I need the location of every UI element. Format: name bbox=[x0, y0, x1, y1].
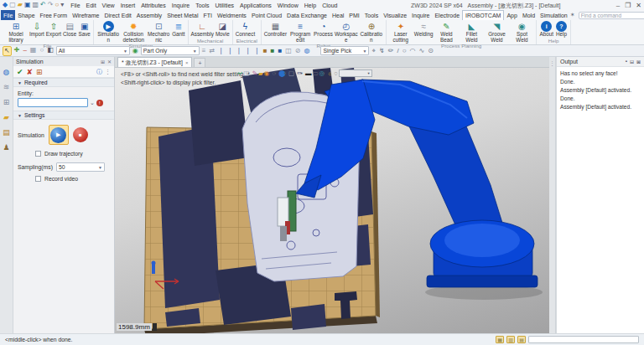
single-pick-combo[interactable]: Single Pick▼ bbox=[320, 46, 369, 55]
apply-button[interactable]: ⊞ bbox=[36, 68, 43, 76]
datum-filter-icon[interactable]: ❘ bbox=[253, 47, 261, 55]
target-snap-icon[interactable]: ⌖ bbox=[371, 47, 377, 55]
ribbon-button[interactable]: ◪Movie bbox=[215, 20, 231, 38]
menu-item[interactable]: Help bbox=[304, 3, 316, 8]
save-all-icon[interactable]: ▥ bbox=[32, 2, 39, 8]
wood-filter-icon[interactable]: ■ bbox=[262, 47, 268, 55]
ribbon-button[interactable]: ≣Gantt bbox=[171, 20, 185, 38]
folder-manager-icon[interactable]: ▰ bbox=[3, 114, 9, 121]
document-tab[interactable]: * 激光切割.Z3 - [Default] × bbox=[117, 57, 192, 67]
viewport-3d-canvas[interactable] bbox=[115, 68, 549, 333]
undo-icon[interactable]: ↩ bbox=[237, 70, 242, 77]
ribbon-tab[interactable]: Sheet Metal bbox=[164, 10, 200, 20]
cancel-button[interactable]: ✘ bbox=[27, 68, 34, 76]
pencil-icon[interactable]: ✎ bbox=[252, 70, 257, 77]
black-display-icon[interactable]: ▬ bbox=[305, 70, 312, 77]
play-simulation-button[interactable]: ▶ bbox=[49, 125, 69, 145]
menu-item[interactable]: Insert bbox=[121, 3, 136, 8]
part-only-combo[interactable]: Part Only▼ bbox=[141, 46, 200, 55]
output-minimize-icon[interactable]: ⊟ bbox=[630, 59, 634, 64]
add-select-icon[interactable]: ✚ bbox=[13, 46, 21, 56]
save-icon[interactable]: ▣ bbox=[24, 2, 31, 8]
sheet-filter-icon[interactable]: ◫ bbox=[284, 47, 293, 55]
info-filter-icon[interactable]: ◍ bbox=[304, 47, 311, 55]
tab-close-icon[interactable]: × bbox=[185, 60, 189, 65]
app-logo-icon[interactable]: ◆ bbox=[3, 2, 8, 8]
stop-simulation-button[interactable]: ■ bbox=[73, 127, 88, 142]
menu-item[interactable]: Tools bbox=[195, 3, 209, 8]
close-button[interactable]: ✕ bbox=[636, 2, 641, 9]
menu-item[interactable]: Edit bbox=[86, 3, 96, 8]
scene-sphere-icon[interactable]: ◉ bbox=[132, 47, 139, 55]
ribbon-tab[interactable]: Free Form bbox=[38, 10, 70, 20]
ribbon-tab[interactable]: App bbox=[504, 10, 519, 20]
qat-dropdown-icon[interactable]: ▾ bbox=[60, 2, 64, 8]
ribbon-button[interactable]: ◉Spot Weld bbox=[509, 20, 534, 43]
ribbon-tab[interactable]: Weldments bbox=[215, 10, 249, 20]
ribbon-tab[interactable]: FTI bbox=[200, 10, 215, 20]
redo-icon[interactable]: ↷ bbox=[48, 2, 54, 8]
ribbon-tab[interactable]: Simulation bbox=[538, 10, 570, 20]
ribbon-button[interactable]: ◣Fillet Weld bbox=[459, 20, 484, 43]
entity-filter-icon[interactable]: ⌄ bbox=[90, 100, 95, 106]
csys-dropdown[interactable]: ▾ bbox=[339, 70, 372, 77]
ribbon-tab[interactable]: Tools bbox=[362, 10, 381, 20]
restore-button[interactable]: ❐ bbox=[625, 2, 631, 9]
undo-icon[interactable]: ↶ bbox=[40, 2, 46, 8]
spline-tool-icon[interactable]: ∿ bbox=[418, 47, 425, 55]
ribbon-tab[interactable]: File bbox=[1, 10, 15, 20]
wire-display-icon[interactable]: ▭ bbox=[312, 70, 318, 77]
status-input[interactable] bbox=[528, 336, 639, 343]
open-file-icon[interactable]: ▰ bbox=[18, 2, 23, 8]
ribbon-tab[interactable]: Inquire bbox=[409, 10, 432, 20]
sketch-pen-icon[interactable]: ✏ bbox=[387, 47, 395, 55]
ribbon-button[interactable]: ▶Simulation bbox=[96, 20, 121, 43]
ribbon-button[interactable]: ◴Workspace bbox=[334, 20, 359, 43]
panel-splitter[interactable]: ⋮ bbox=[549, 57, 556, 333]
ribbon-button[interactable]: ≈Welding bbox=[413, 20, 434, 38]
assembly-tree-icon[interactable]: ⊞ bbox=[3, 99, 10, 106]
ribbon-button[interactable]: ?Help bbox=[554, 20, 569, 38]
none-filter-icon[interactable]: ⊘ bbox=[294, 47, 302, 55]
scene-manager-icon[interactable]: ◍ bbox=[3, 69, 10, 76]
paint-select-icon[interactable]: ◧ bbox=[46, 46, 55, 56]
minimize-button[interactable]: – bbox=[616, 2, 620, 9]
lasso-select-icon[interactable]: ○ bbox=[39, 46, 44, 56]
edge-filter-icon[interactable]: ❘ bbox=[217, 47, 225, 55]
new-tab-button[interactable]: + bbox=[194, 58, 205, 67]
user-manager-icon[interactable]: ♟ bbox=[3, 144, 9, 152]
viewport[interactable]: * 激光切割.Z3 - [Default] × + bbox=[115, 57, 549, 333]
filter-face-icon[interactable]: ▥ bbox=[506, 336, 515, 343]
ribbon-tab[interactable]: Point Cloud bbox=[249, 10, 284, 20]
ribbon-button[interactable]: ▤Close bbox=[62, 20, 77, 38]
ribbon-tab[interactable]: Heal bbox=[330, 10, 346, 20]
ribbon-button[interactable]: ⊕Calibration bbox=[359, 20, 384, 43]
ribbon-button[interactable]: ≡Program edit bbox=[288, 20, 313, 43]
ribbon-button[interactable]: ⇩Import bbox=[29, 20, 45, 38]
filter-all-combo[interactable]: All▼ bbox=[56, 46, 130, 55]
ribbon-tab[interactable]: Mold bbox=[520, 10, 538, 20]
layer-manager-icon[interactable]: ▤ bbox=[3, 129, 10, 136]
history-manager-icon[interactable]: ≋ bbox=[3, 84, 10, 91]
ribbon-button[interactable]: ▦Controller bbox=[263, 20, 288, 38]
entity-input[interactable] bbox=[18, 98, 88, 107]
ribbon-button[interactable]: ◥Groove Weld bbox=[484, 20, 509, 43]
ribbon-tab[interactable]: Data Exchange bbox=[284, 10, 330, 20]
ribbon-button[interactable]: iAbout bbox=[538, 20, 553, 38]
info-icon[interactable]: ⓘ bbox=[96, 68, 102, 76]
ribbon-button[interactable]: ✹Collision detection bbox=[121, 20, 146, 43]
ribbon-button[interactable]: ⊞Model library bbox=[3, 20, 29, 43]
swap-filter-icon[interactable]: ⇄ bbox=[208, 47, 216, 55]
green-filter-icon[interactable]: ■ bbox=[270, 47, 276, 55]
ribbon-tab[interactable]: PMI bbox=[346, 10, 361, 20]
panel-dock-icon[interactable]: ⊞ bbox=[101, 59, 105, 64]
output-log[interactable]: Has no select any face!Done.Assembly [De… bbox=[557, 67, 644, 333]
folder-icon[interactable]: ▰ bbox=[258, 70, 263, 77]
menu-item[interactable]: Window bbox=[278, 3, 299, 8]
ribbon-tab[interactable]: Electrode bbox=[432, 10, 462, 20]
ribbon-button[interactable]: ϟConnect bbox=[235, 20, 256, 38]
remove-select-icon[interactable]: – bbox=[22, 46, 27, 56]
trim-tool-icon[interactable]: ↯ bbox=[378, 47, 386, 55]
blue-filter-icon[interactable]: ■ bbox=[277, 47, 283, 55]
line-tool-icon[interactable]: / bbox=[396, 47, 399, 55]
